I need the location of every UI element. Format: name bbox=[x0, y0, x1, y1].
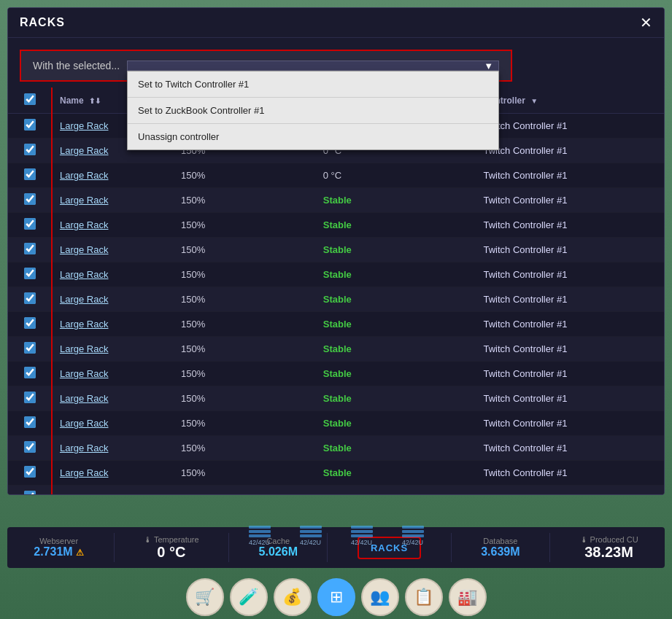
check-all-header bbox=[8, 87, 52, 114]
row-controller: Twitch Controller #1 bbox=[476, 114, 665, 139]
row-clockrate: 150% bbox=[174, 238, 316, 262]
row-checkbox[interactable] bbox=[24, 218, 36, 230]
row-checkbox-cell bbox=[8, 486, 52, 495]
table-row: Large Rack150%StableTwitch Controller #1 bbox=[8, 486, 664, 495]
row-checkbox[interactable] bbox=[24, 416, 36, 428]
rack-name-link[interactable]: Large Rack bbox=[60, 195, 108, 206]
row-checkbox-cell bbox=[8, 262, 52, 287]
nav-factory-button[interactable]: 🏭 bbox=[449, 578, 487, 616]
row-checkbox[interactable] bbox=[24, 168, 36, 180]
row-name: Large Rack bbox=[52, 262, 174, 287]
row-checkbox[interactable] bbox=[24, 491, 36, 494]
row-checkbox-cell bbox=[8, 386, 52, 411]
rack-name-link[interactable]: Large Rack bbox=[60, 219, 108, 230]
name-sort-icon: ⬆⬇ bbox=[89, 97, 101, 105]
row-temperature: Stable bbox=[316, 287, 476, 312]
check-all-checkbox[interactable] bbox=[24, 93, 36, 105]
racks-button[interactable]: RACKS bbox=[358, 537, 421, 559]
row-temperature: Stable bbox=[316, 312, 476, 337]
rack-name-link[interactable]: Large Rack bbox=[60, 244, 108, 255]
row-name: Large Rack bbox=[52, 411, 174, 436]
row-checkbox[interactable] bbox=[24, 268, 36, 279]
row-checkbox-cell bbox=[8, 188, 52, 213]
rack-name-link[interactable]: Large Rack bbox=[60, 418, 108, 429]
nav-racks-button[interactable]: ⊞ bbox=[317, 578, 355, 616]
row-controller: Twitch Controller #1 bbox=[476, 461, 665, 486]
row-checkbox-cell bbox=[8, 139, 52, 163]
row-name: Large Rack bbox=[52, 386, 174, 411]
row-clockrate: 150% bbox=[174, 312, 316, 337]
rack-name-link[interactable]: Large Rack bbox=[60, 492, 108, 494]
row-name: Large Rack bbox=[52, 436, 174, 461]
action-dropdown-wrapper: ▼ Set to Twitch Controller #1 Set to Zuc… bbox=[127, 61, 499, 71]
stable-badge: Stable bbox=[323, 492, 352, 494]
row-checkbox[interactable] bbox=[24, 367, 36, 378]
rack-name-link[interactable]: Large Rack bbox=[60, 319, 108, 330]
rack-name-link[interactable]: Large Rack bbox=[60, 294, 108, 305]
table-row: Large Rack150%0 °CTwitch Controller #1 bbox=[8, 163, 664, 188]
set-zuckbook-item[interactable]: Set to ZuckBook Controller #1 bbox=[128, 98, 498, 124]
row-temperature: Stable bbox=[316, 238, 476, 262]
nav-research-button[interactable]: 🧪 bbox=[230, 578, 268, 616]
nav-people-button[interactable]: 👥 bbox=[361, 578, 399, 616]
row-clockrate: 150% bbox=[174, 461, 316, 486]
row-checkbox[interactable] bbox=[24, 119, 36, 131]
row-controller: Twitch Controller #1 bbox=[476, 436, 665, 461]
row-controller: Twitch Controller #1 bbox=[476, 139, 665, 163]
row-temperature: Stable bbox=[316, 486, 476, 495]
row-name: Large Rack bbox=[52, 486, 174, 495]
webserver-value: 2.731M ⚠ bbox=[34, 545, 84, 558]
set-twitch-item[interactable]: Set to Twitch Controller #1 bbox=[128, 71, 498, 98]
row-checkbox[interactable] bbox=[24, 466, 36, 478]
row-checkbox[interactable] bbox=[24, 292, 36, 304]
modal-header: RACKS ✕ bbox=[8, 8, 664, 38]
stable-badge: Stable bbox=[323, 443, 352, 453]
row-clockrate: 150% bbox=[174, 163, 316, 188]
row-controller: Twitch Controller #1 bbox=[476, 287, 665, 312]
stable-badge: Stable bbox=[323, 244, 352, 255]
unassign-item[interactable]: Unassign controller bbox=[128, 124, 498, 149]
stable-badge: Stable bbox=[323, 418, 352, 429]
row-checkbox[interactable] bbox=[24, 144, 36, 155]
rack-name-link[interactable]: Large Rack bbox=[60, 368, 108, 379]
rack-name-link[interactable]: Large Rack bbox=[60, 467, 108, 478]
rack-name-link[interactable]: Large Rack bbox=[60, 269, 108, 280]
rack-name-link[interactable]: Large Rack bbox=[60, 443, 108, 453]
row-checkbox-cell bbox=[8, 114, 52, 139]
rack-name-link[interactable]: Large Rack bbox=[60, 145, 108, 156]
row-controller: Twitch Controller #1 bbox=[476, 163, 665, 188]
rack-name-link[interactable]: Large Rack bbox=[60, 343, 108, 354]
row-temperature: Stable bbox=[316, 213, 476, 238]
action-dropdown[interactable] bbox=[127, 61, 499, 71]
rack-name-link[interactable]: Large Rack bbox=[60, 120, 108, 131]
close-button[interactable]: ✕ bbox=[640, 15, 652, 30]
row-checkbox[interactable] bbox=[24, 317, 36, 329]
nav-docs-button[interactable]: 📋 bbox=[405, 578, 443, 616]
row-checkbox-cell bbox=[8, 312, 52, 337]
cache-label: Cache bbox=[266, 537, 290, 545]
nav-shop-button[interactable]: 🛒 bbox=[186, 578, 224, 616]
row-checkbox[interactable] bbox=[24, 392, 36, 403]
stable-badge: Stable bbox=[323, 393, 352, 404]
table-row: Large Rack150%StableTwitch Controller #1 bbox=[8, 238, 664, 262]
row-controller: Twitch Controller #1 bbox=[476, 213, 665, 238]
row-checkbox[interactable] bbox=[24, 243, 36, 254]
row-checkbox-cell bbox=[8, 411, 52, 436]
row-name: Large Rack bbox=[52, 362, 174, 386]
row-checkbox[interactable] bbox=[24, 342, 36, 354]
row-name: Large Rack bbox=[52, 163, 174, 188]
row-clockrate: 150% bbox=[174, 188, 316, 213]
row-clockrate: 150% bbox=[174, 386, 316, 411]
row-name: Large Rack bbox=[52, 312, 174, 337]
row-checkbox[interactable] bbox=[24, 193, 36, 205]
row-controller: Twitch Controller #1 bbox=[476, 386, 665, 411]
row-clockrate: 150% bbox=[174, 337, 316, 362]
table-row: Large Rack150%StableTwitch Controller #1 bbox=[8, 262, 664, 287]
racks-btn-group: RACKS bbox=[358, 537, 421, 559]
rack-name-link[interactable]: Large Rack bbox=[60, 170, 108, 181]
nav-money-button[interactable]: 💰 bbox=[274, 578, 312, 616]
rack-name-link[interactable]: Large Rack bbox=[60, 393, 108, 404]
table-row: Large Rack150%StableTwitch Controller #1 bbox=[8, 312, 664, 337]
row-checkbox[interactable] bbox=[24, 441, 36, 453]
stable-badge: Stable bbox=[323, 219, 352, 230]
